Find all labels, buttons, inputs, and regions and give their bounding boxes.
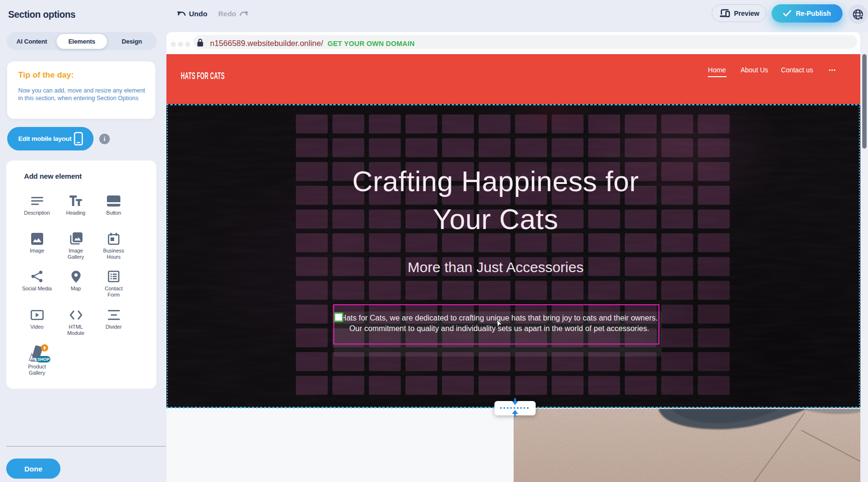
svg-text:SHOP: SHOP [37, 357, 50, 362]
